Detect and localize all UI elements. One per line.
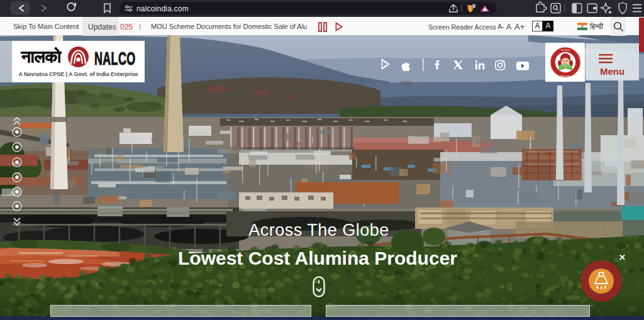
svg-text:2: 2 [473,4,475,8]
svg-text:बेटी बचाओ: बेटी बचाओ [560,49,570,52]
svg-text:बेटी पढ़ाओ: बेटी पढ़ाओ [560,75,570,77]
